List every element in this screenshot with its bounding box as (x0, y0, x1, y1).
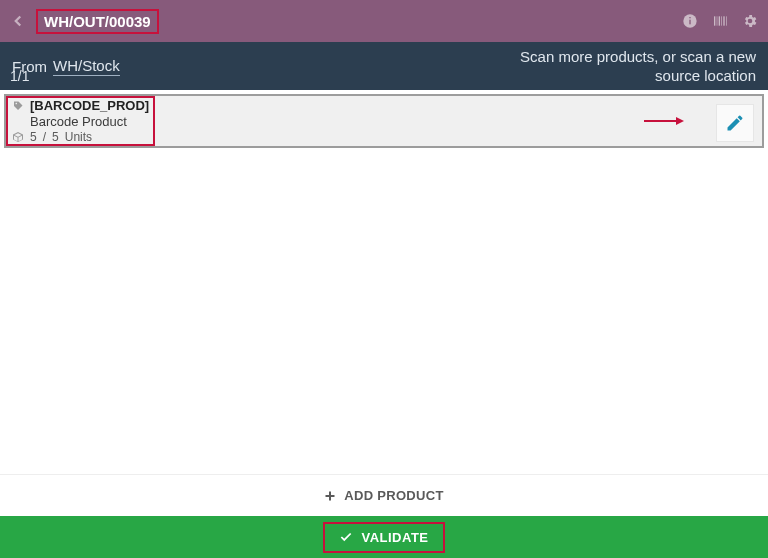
svg-rect-3 (714, 16, 715, 25)
product-name: Barcode Product (12, 114, 149, 129)
barcode-icon[interactable] (712, 13, 728, 29)
chevron-left-icon (9, 12, 27, 30)
qty-sep: / (43, 130, 46, 144)
gear-icon[interactable] (742, 13, 758, 29)
svg-rect-2 (689, 17, 690, 18)
qty-expected: 5 (52, 130, 59, 144)
pencil-icon (725, 113, 745, 133)
line-counter: 1/1 (10, 68, 29, 84)
add-product-button[interactable]: ADD PRODUCT (0, 474, 768, 516)
svg-rect-1 (689, 20, 690, 25)
product-line-info: [BARCODE_PROD] Barcode Product 5 / 5 Uni… (6, 96, 155, 146)
top-icons (682, 13, 758, 29)
svg-rect-5 (719, 16, 720, 25)
info-icon[interactable] (682, 13, 698, 29)
plus-icon (324, 490, 336, 502)
box-icon (12, 131, 24, 143)
qty-done: 5 (30, 130, 37, 144)
annotation-arrow-icon (644, 116, 684, 126)
svg-marker-10 (676, 117, 684, 125)
check-icon (339, 530, 353, 544)
edit-line-button[interactable] (716, 104, 754, 142)
top-bar: WH/OUT/00039 (0, 0, 768, 42)
scan-hint: Scan more products, or scan a new source… (520, 47, 756, 86)
add-product-label: ADD PRODUCT (344, 488, 443, 503)
lines-scroll-area[interactable] (0, 148, 768, 474)
svg-rect-4 (717, 16, 718, 25)
svg-rect-7 (723, 16, 724, 25)
scan-hint-line1: Scan more products, or scan a new (520, 47, 756, 67)
product-ref: [BARCODE_PROD] (30, 98, 149, 113)
transfer-title: WH/OUT/00039 (36, 9, 159, 34)
uom: Units (65, 130, 92, 144)
tag-icon (12, 100, 24, 112)
validate-button[interactable]: VALIDATE (323, 522, 444, 553)
product-line[interactable]: [BARCODE_PROD] Barcode Product 5 / 5 Uni… (4, 94, 764, 148)
svg-rect-6 (721, 16, 722, 25)
scan-hint-line2: source location (520, 66, 756, 86)
validate-bar[interactable]: VALIDATE (0, 516, 768, 558)
svg-rect-12 (326, 495, 335, 497)
source-bar: From WH/Stock Scan more products, or sca… (0, 42, 768, 90)
source-location[interactable]: WH/Stock (53, 57, 120, 76)
svg-rect-8 (726, 16, 727, 25)
validate-label: VALIDATE (361, 530, 428, 545)
back-button[interactable] (0, 0, 36, 42)
